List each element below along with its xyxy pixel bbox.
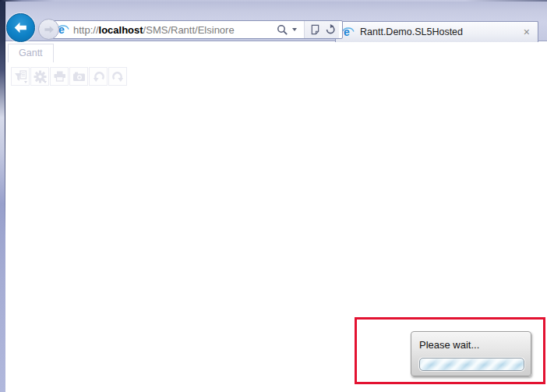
address-bar-button-zone bbox=[304, 21, 339, 38]
address-bar[interactable]: e http://localhost/SMS/Rantt/Elsinore bbox=[52, 20, 343, 39]
browser-window: e http://localhost/SMS/Rantt/Elsinore bbox=[0, 0, 547, 392]
snapshot-button[interactable] bbox=[69, 67, 88, 86]
back-button[interactable] bbox=[6, 13, 35, 42]
gear-icon bbox=[34, 70, 47, 83]
browser-tab[interactable]: e Rantt.Demo.SL5Hosted × bbox=[335, 21, 538, 42]
ie-favicon: e bbox=[342, 26, 355, 38]
printer-icon bbox=[53, 70, 66, 83]
window-border-left bbox=[0, 0, 5, 392]
tab-gantt[interactable]: Gantt bbox=[8, 44, 54, 62]
url-scheme: http:// bbox=[73, 24, 99, 36]
window-border-top bbox=[0, 0, 547, 2]
refresh-icon[interactable] bbox=[325, 24, 336, 35]
forward-button[interactable] bbox=[38, 19, 59, 40]
compatibility-view-icon[interactable] bbox=[310, 24, 320, 35]
navigation-bar: e http://localhost/SMS/Rantt/Elsinore bbox=[5, 0, 547, 41]
please-wait-dialog: Please wait... bbox=[411, 331, 531, 376]
filter-report-button[interactable] bbox=[11, 67, 30, 86]
tab-title: Rantt.Demo.SL5Hosted bbox=[360, 26, 463, 37]
page-content: Gantt bbox=[5, 41, 547, 392]
gantt-toolbar bbox=[11, 67, 127, 86]
loading-progress-bar bbox=[419, 358, 524, 371]
search-icon[interactable] bbox=[277, 24, 288, 36]
search-dropdown-caret-icon[interactable] bbox=[292, 28, 297, 31]
url-path: /SMS/Rantt/Elsinore bbox=[143, 24, 235, 36]
print-button[interactable] bbox=[50, 67, 69, 86]
url-text[interactable]: http://localhost/SMS/Rantt/Elsinore bbox=[73, 24, 235, 36]
url-domain: localhost bbox=[99, 24, 143, 36]
redo-button[interactable] bbox=[108, 67, 127, 86]
camera-icon bbox=[72, 71, 86, 83]
gantt-tab-label: Gantt bbox=[19, 48, 43, 58]
undo-button[interactable] bbox=[89, 67, 108, 86]
please-wait-message: Please wait... bbox=[419, 339, 479, 351]
forward-arrow-icon bbox=[43, 23, 55, 36]
settings-button[interactable] bbox=[30, 67, 49, 86]
undo-icon bbox=[92, 70, 105, 83]
tab-close-icon[interactable]: × bbox=[522, 26, 531, 37]
redo-icon bbox=[111, 70, 125, 83]
back-arrow-icon bbox=[12, 19, 29, 36]
filter-report-icon bbox=[14, 70, 27, 83]
